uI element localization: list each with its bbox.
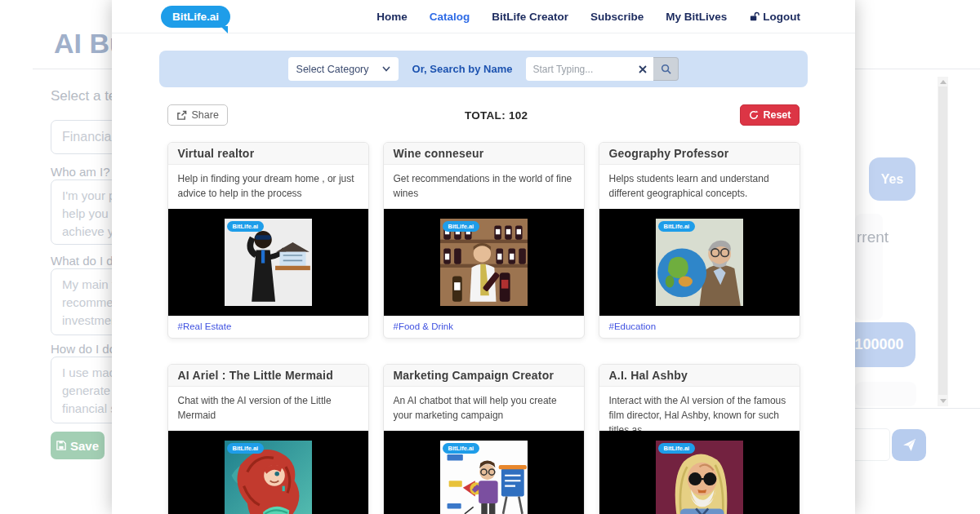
- or-search-label: Or, Search by Name: [412, 63, 513, 75]
- divider: [855, 69, 980, 69]
- how-do-i-do-label: How do I do: [51, 342, 112, 356]
- search-icon: [661, 64, 671, 74]
- chat-question-text: rrent: [857, 228, 889, 246]
- page: AI Bu Select a te Who am I? I'm your p h…: [0, 0, 980, 514]
- nav-item-catalog[interactable]: Catalog: [430, 11, 470, 23]
- professor-globe-illustration: BitLife.ai: [656, 219, 743, 306]
- floppy-disk-icon: [56, 441, 66, 450]
- divider: [33, 69, 112, 69]
- nav-item-home[interactable]: Home: [376, 11, 408, 23]
- close-icon: [639, 65, 647, 73]
- chevron-down-icon: [382, 66, 390, 72]
- search-field: [526, 57, 653, 81]
- card-media: BitLife.ai: [599, 431, 800, 514]
- bot-card-grid: Virtual realtor Help in finding your dre…: [167, 142, 800, 514]
- how-do-i-do-textarea: I use mac generate financial s: [51, 357, 112, 423]
- nav-menu: Home Catalog BitLife Creator Subscribe M…: [376, 11, 800, 23]
- filter-bar: Select Category Or, Search by Name: [159, 51, 808, 87]
- navbar: BitLife.ai Home Catalog BitLife Creator …: [112, 0, 855, 33]
- card-geography-professor[interactable]: Geography Professor Helps students learn…: [599, 142, 800, 339]
- card-title: Marketing Campaign Creator: [384, 365, 584, 387]
- card-description: An AI chatbot that will help you create …: [384, 387, 584, 431]
- card-ai-ariel[interactable]: AI Ariel : The Little Mermaid Chat with …: [167, 364, 369, 514]
- card-description: Interact with the AI version of the famo…: [599, 387, 800, 431]
- logout-label: Logout: [763, 11, 800, 23]
- category-select-value: Select Category: [296, 64, 369, 75]
- scroll-up-arrow: [940, 80, 947, 84]
- card-wine-conneseur[interactable]: Wine conneseur Get recommendations in th…: [383, 142, 585, 339]
- card-description: Get recommendations in the world of fine…: [384, 165, 584, 209]
- card-marketing-campaign-creator[interactable]: Marketing Campaign Creator An AI chatbot…: [383, 364, 585, 514]
- card-title: Geography Professor: [599, 143, 800, 165]
- card-media: BitLife.ai: [599, 209, 800, 316]
- background-chat-panel: Yes rrent 100000: [855, 0, 980, 514]
- nav-item-bitlife-creator[interactable]: BitLife Creator: [492, 11, 568, 23]
- search-group: [526, 57, 679, 81]
- marketing-illustration: MARKETING BitLife.ai: [440, 441, 528, 514]
- card-title: A.I. Hal Ashby: [599, 365, 800, 387]
- bitlife-badge: BitLife.ai: [227, 443, 265, 454]
- card-virtual-realtor[interactable]: Virtual realtor Help in finding your dre…: [167, 142, 369, 339]
- hal-ashby-illustration: BitLife.ai: [656, 441, 743, 514]
- nav-item-subscribe[interactable]: Subscribe: [590, 11, 644, 23]
- who-am-i-label: Who am I?: [51, 165, 110, 179]
- scrollbar-thumb: [938, 86, 947, 395]
- bitlife-logo[interactable]: BitLife.ai: [161, 6, 230, 28]
- nav-item-my-bitlives[interactable]: My BitLives: [666, 11, 727, 23]
- bitlife-badge: BitLife.ai: [227, 221, 265, 232]
- card-description: Helps students learn and understand diff…: [599, 165, 800, 209]
- scrollbar: [938, 77, 948, 406]
- card-description: Help in finding your dream home , or jus…: [168, 165, 368, 209]
- refresh-icon: [749, 110, 759, 120]
- card-media: BitLife.ai: [168, 431, 368, 514]
- nav-item-logout[interactable]: Logout: [749, 11, 800, 23]
- card-tag-real-estate[interactable]: #Real Estate: [168, 316, 368, 338]
- reset-button[interactable]: Reset: [740, 104, 800, 126]
- share-button[interactable]: Share: [167, 104, 228, 126]
- clear-search-button[interactable]: [634, 65, 647, 73]
- paper-plane-icon: [902, 438, 916, 452]
- chat-amount-bubble: 100000: [855, 322, 915, 367]
- reset-label: Reset: [763, 109, 791, 121]
- background-form-panel: AI Bu Select a te Who am I? I'm your p h…: [0, 0, 112, 514]
- card-title: Wine conneseur: [384, 143, 584, 165]
- card-ai-hal-ashby[interactable]: A.I. Hal Ashby Interact with the AI vers…: [599, 364, 800, 514]
- bitlife-badge: BitLife.ai: [658, 221, 696, 232]
- card-description: Chat with the AI version of the Little M…: [168, 387, 368, 431]
- bitlife-badge: BitLife.ai: [658, 443, 696, 454]
- save-button: Save: [51, 432, 105, 459]
- sommelier-illustration: BitLife.ai: [440, 219, 528, 306]
- what-do-i-do-textarea: My main f recomme investmen: [51, 268, 112, 335]
- send-button: [892, 429, 926, 461]
- category-select[interactable]: Select Category: [288, 57, 399, 81]
- catalog-panel: BitLife.ai Home Catalog BitLife Creator …: [112, 0, 855, 514]
- chat-message-card: [855, 382, 916, 406]
- who-am-i-textarea: I'm your p help you r achieve y: [51, 179, 112, 245]
- card-tag-education[interactable]: #Education: [599, 316, 800, 338]
- card-media: BitLife.ai: [384, 209, 584, 316]
- search-button[interactable]: [653, 57, 679, 81]
- bitlife-badge: BitLife.ai: [443, 443, 480, 454]
- card-title: Virtual realtor: [168, 143, 368, 165]
- results-toolbar: Share TOTAL: 102 Reset: [167, 104, 800, 126]
- what-do-i-do-label: What do I d: [51, 254, 112, 268]
- realtor-illustration: BitLife.ai: [225, 219, 312, 306]
- share-label: Share: [192, 109, 219, 121]
- chat-input: [855, 428, 890, 461]
- mermaid-illustration: BitLife.ai: [225, 441, 312, 514]
- template-label: Select a te: [51, 88, 112, 104]
- card-media: MARKETING BitLife.ai: [384, 431, 584, 514]
- scroll-down-arrow: [940, 399, 947, 403]
- card-tag-food-drink[interactable]: #Food & Drink: [384, 316, 584, 338]
- card-title: AI Ariel : The Little Mermaid: [168, 365, 368, 387]
- card-media: BitLife.ai: [168, 209, 368, 316]
- save-label: Save: [70, 439, 99, 453]
- divider: [855, 408, 980, 409]
- background-page-title: AI Bu: [54, 28, 112, 60]
- template-select: [51, 120, 112, 154]
- search-input[interactable]: [532, 64, 634, 75]
- chat-yes-button: Yes: [869, 157, 915, 201]
- total-count: TOTAL: 102: [465, 109, 528, 122]
- share-icon: [176, 110, 187, 121]
- unlock-icon: [749, 11, 760, 22]
